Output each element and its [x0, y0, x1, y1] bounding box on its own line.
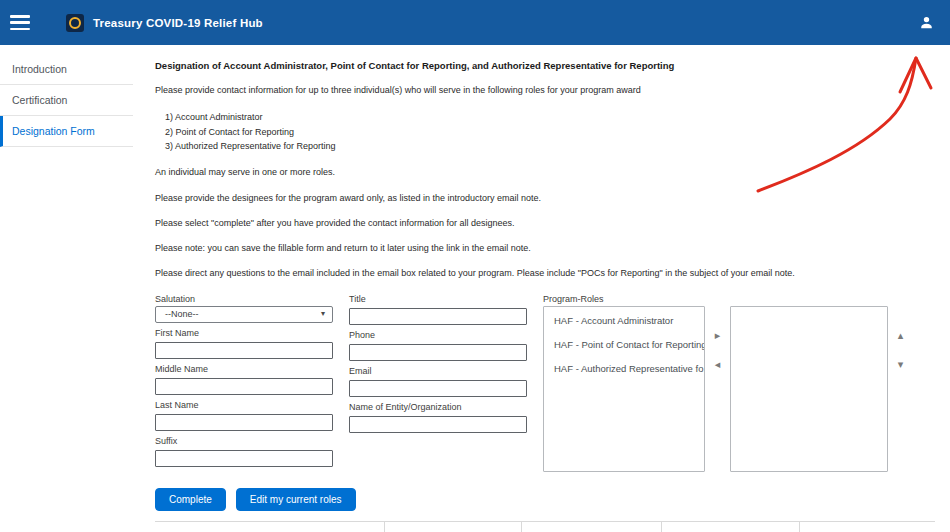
sidebar: Introduction Certification Designation F… [0, 45, 133, 147]
salutation-select[interactable]: --None-- ▾ [155, 306, 333, 323]
form-actions: Complete Edit my current roles [155, 488, 937, 511]
table-cell [800, 522, 935, 532]
main-content: Designation of Account Administrator, Po… [155, 60, 937, 511]
entity-field: Name of Entity/Organization [349, 402, 527, 433]
chevron-down-icon: ▾ [321, 310, 325, 318]
sidebar-item-introduction[interactable]: Introduction [0, 54, 133, 85]
move-buttons: ▸ ◂ [705, 306, 730, 370]
table-cell [155, 522, 385, 532]
move-left-icon[interactable]: ◂ [715, 359, 721, 370]
program-role-option-point-of-contact[interactable]: HAF - Point of Contact for Reporting [544, 331, 704, 355]
email-label: Email [349, 366, 527, 376]
suffix-input[interactable] [155, 450, 333, 467]
title-field: Title [349, 294, 527, 325]
note-select-complete: Please select "complete" after you have … [155, 218, 937, 229]
dual-listbox: HAF - Account Administrator HAF - Point … [543, 306, 913, 472]
table-cell [522, 522, 662, 532]
middle-name-input[interactable] [155, 378, 333, 395]
salutation-value: --None-- [165, 309, 199, 319]
move-up-icon[interactable]: ▴ [898, 330, 904, 341]
email-field: Email [349, 366, 527, 397]
intro-text: Please provide contact information for u… [155, 85, 937, 96]
sidebar-item-designation-form[interactable]: Designation Form [0, 116, 133, 147]
salutation-field: Salutation --None-- ▾ [155, 294, 333, 323]
last-name-input[interactable] [155, 414, 333, 431]
program-roles-available-listbox[interactable]: HAF - Account Administrator HAF - Point … [543, 306, 705, 472]
header: Treasury COVID-19 Relief Hub [0, 0, 950, 45]
phone-field: Phone [349, 330, 527, 361]
complete-button[interactable]: Complete [155, 488, 226, 511]
title-label: Title [349, 294, 527, 304]
table-cell [385, 522, 522, 532]
suffix-field: Suffix [155, 436, 333, 467]
edit-current-roles-button[interactable]: Edit my current roles [236, 488, 356, 511]
roles-list-item-2: 2) Point of Contact for Reporting [165, 125, 937, 139]
note-one-or-more-roles: An individual may serve in one or more r… [155, 167, 937, 178]
last-name-field: Last Name [155, 400, 333, 431]
program-roles-picker: Program-Roles HAF - Account Administrato… [543, 294, 913, 472]
move-right-icon[interactable]: ▸ [715, 330, 721, 341]
form-column-middle: Title Phone Email Name of Entity/Organiz… [349, 294, 527, 472]
user-icon-glyph [919, 15, 934, 30]
first-name-field: First Name [155, 328, 333, 359]
roles-numbered-list: 1) Account Administrator 2) Point of Con… [165, 110, 937, 153]
phone-input[interactable] [349, 344, 527, 361]
page-title: Designation of Account Administrator, Po… [155, 60, 937, 71]
first-name-label: First Name [155, 328, 333, 338]
title-input[interactable] [349, 308, 527, 325]
entity-label: Name of Entity/Organization [349, 402, 527, 412]
middle-name-label: Middle Name [155, 364, 333, 374]
middle-name-field: Middle Name [155, 364, 333, 395]
entity-input[interactable] [349, 416, 527, 433]
designation-form: Salutation --None-- ▾ First Name Middle … [155, 294, 937, 472]
last-name-label: Last Name [155, 400, 333, 410]
note-designees: Please provide the designees for the pro… [155, 193, 937, 204]
roles-list-item-1: 1) Account Administrator [165, 110, 937, 124]
roles-list-item-3: 3) Authorized Representative for Reporti… [165, 139, 937, 153]
suffix-label: Suffix [155, 436, 333, 446]
program-roles-label: Program-Roles [543, 294, 913, 304]
email-input[interactable] [349, 380, 527, 397]
reorder-buttons: ▴ ▾ [888, 306, 913, 370]
program-role-option-authorized-representative[interactable]: HAF - Authorized Representative fo... [544, 355, 704, 379]
treasury-seal-icon [66, 14, 84, 32]
salutation-label: Salutation [155, 294, 333, 304]
first-name-input[interactable] [155, 342, 333, 359]
program-roles-selected-listbox[interactable] [730, 306, 888, 472]
note-save-form: Please note: you can save the fillable f… [155, 243, 937, 254]
form-column-left: Salutation --None-- ▾ First Name Middle … [155, 294, 333, 472]
sidebar-item-certification[interactable]: Certification [0, 85, 133, 116]
user-icon[interactable] [919, 15, 934, 30]
phone-label: Phone [349, 330, 527, 340]
app-title: Treasury COVID-19 Relief Hub [93, 17, 263, 29]
hamburger-menu-icon[interactable] [10, 15, 30, 30]
move-down-icon[interactable]: ▾ [898, 359, 904, 370]
table-fragment [155, 521, 935, 532]
program-role-option-account-administrator[interactable]: HAF - Account Administrator [544, 307, 704, 331]
note-questions: Please direct any questions to the email… [155, 268, 937, 279]
table-cell [662, 522, 800, 532]
